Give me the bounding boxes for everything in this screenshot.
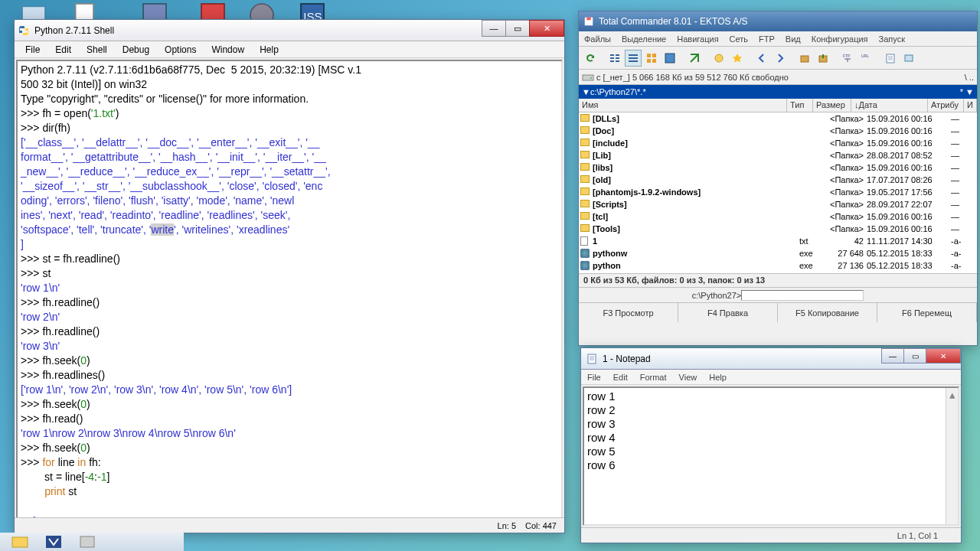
svg-rect-35 (80, 536, 94, 547)
list-item[interactable]: pythonexe27 13605.12.2015 18:33-a- (579, 259, 977, 272)
svg-rect-22 (665, 54, 675, 63)
list-item[interactable]: [include]<Папка>15.09.2016 00:16— (579, 137, 977, 149)
ftp-icon[interactable] (710, 50, 727, 67)
python-icon (18, 24, 30, 37)
menu-options[interactable]: Options (158, 43, 202, 57)
tree-icon[interactable] (662, 50, 678, 67)
svg-rect-19 (652, 54, 656, 57)
close-button[interactable]: ✕ (529, 20, 564, 37)
menu-shell[interactable]: Shell (80, 43, 113, 57)
close-button[interactable]: ✕ (926, 348, 961, 364)
ftp-url-icon[interactable]: URL (858, 50, 874, 67)
disk-icon (583, 16, 594, 27)
f4-edit[interactable]: F4 Правка (678, 303, 778, 322)
list-item[interactable]: 1txt4211.11.2017 14:30-a- (579, 235, 977, 247)
titlebar[interactable]: 1 - Notepad — ▭ ✕ (581, 348, 961, 370)
menu-run[interactable]: Запуск (874, 33, 910, 45)
menu-help[interactable]: Help (253, 43, 285, 57)
minimize-button[interactable]: — (482, 20, 506, 37)
menubar: File Edit Format View Help (581, 370, 961, 385)
list-item[interactable]: [phantomjs-1.9.2-windows]<Папка>19.05.20… (579, 186, 977, 198)
list-item[interactable]: [Tools]<Папка>15.09.2016 00:16— (579, 223, 977, 235)
menu-config[interactable]: Конфигурация (806, 33, 874, 45)
svg-point-23 (715, 54, 723, 62)
menu-nav[interactable]: Навигация (671, 33, 724, 45)
svg-text:FTP: FTP (843, 54, 851, 58)
svg-rect-14 (616, 60, 619, 62)
list-item[interactable]: [Doc]<Папка>15.09.2016 00:16— (579, 125, 977, 137)
menu-help[interactable]: Help (703, 371, 733, 383)
toolbar: FTP URL (579, 47, 977, 70)
view-thumbs-icon[interactable] (643, 50, 660, 67)
f3-view[interactable]: F3 Просмотр (579, 303, 678, 322)
col-name[interactable]: Имя (579, 99, 787, 112)
svg-rect-20 (647, 59, 651, 63)
forward-icon[interactable] (772, 50, 789, 67)
menu-view[interactable]: Вид (780, 33, 806, 45)
task-app-icon[interactable] (72, 534, 103, 549)
drive-icon (582, 72, 594, 83)
path-bar[interactable]: ▼c:\Python27\*.* * ▼ (579, 85, 977, 99)
maximize-button[interactable]: ▭ (505, 20, 530, 37)
menu-files[interactable]: Файлы (579, 33, 616, 45)
taskbar[interactable] (0, 533, 184, 551)
minimize-button[interactable]: — (881, 348, 904, 364)
text-area[interactable]: row 1 row 2 row 3 row 4 row 5 row 6▴ (583, 386, 959, 526)
col-date[interactable]: ↓Дата (851, 99, 928, 112)
menu-file[interactable]: File (581, 371, 607, 383)
col-attr[interactable]: Атрибу (928, 99, 964, 112)
titlebar[interactable]: Python 2.7.11 Shell — ▭ ✕ (15, 20, 564, 41)
shell-text-area[interactable]: Python 2.7.11 (v2.7.11:6d1b6a68f775, Dec… (16, 60, 563, 528)
task-explorer-icon[interactable] (5, 534, 35, 549)
svg-rect-29 (905, 55, 913, 61)
view-brief-icon[interactable] (606, 50, 623, 67)
list-item[interactable]: [libs]<Папка>15.09.2016 00:16— (579, 161, 977, 174)
list-item[interactable]: [tcl]<Папка>15.09.2016 00:16— (579, 210, 977, 223)
svg-rect-12 (616, 54, 619, 56)
control-panel-icon[interactable] (900, 50, 917, 67)
list-item[interactable]: pythonwexe27 64805.12.2015 18:33-a- (579, 247, 977, 259)
menu-debug[interactable]: Debug (116, 43, 155, 57)
svg-rect-8 (586, 18, 590, 21)
file-list[interactable]: [DLLs]<Папка>15.09.2016 00:16—[Doc]<Папк… (579, 112, 977, 273)
svg-text:URL: URL (861, 54, 869, 58)
drive-bar[interactable]: c [_нет_] 5 066 168 Кб из 59 512 760 Кб … (579, 70, 977, 85)
fkey-bar: F3 Просмотр F4 Правка F5 Копирование F6 … (579, 302, 977, 322)
list-item[interactable]: [Scripts]<Папка>28.09.2017 22:07— (579, 198, 977, 210)
task-vbox-icon[interactable] (38, 534, 69, 549)
menu-format[interactable]: Format (634, 371, 673, 383)
menu-net[interactable]: Сеть (724, 33, 753, 45)
menu-edit[interactable]: Edit (607, 371, 634, 383)
svg-rect-17 (629, 60, 638, 62)
menu-edit[interactable]: Edit (49, 43, 77, 57)
total-commander-window: Total Commander 8.01 - EKTOS A/S Файлы В… (578, 11, 978, 346)
col-size[interactable]: Размер (813, 99, 851, 112)
unpack-icon[interactable] (815, 50, 831, 67)
star-icon[interactable] (729, 50, 746, 67)
ftp-connect-icon[interactable]: FTP (839, 50, 856, 67)
menu-view[interactable]: View (673, 371, 704, 383)
statusbar: Ln 1, Col 1 (581, 527, 961, 543)
view-full-icon[interactable] (625, 50, 642, 67)
invert-icon[interactable] (686, 50, 703, 67)
scrollbar[interactable]: ▴ (946, 388, 958, 524)
menu-file[interactable]: File (19, 43, 46, 57)
f6-move[interactable]: F6 Перемещ (877, 303, 977, 322)
window-title: 1 - Notepad (603, 354, 651, 364)
pack-icon[interactable] (796, 50, 813, 67)
list-item[interactable]: [Lib]<Папка>28.08.2017 08:52— (579, 149, 977, 161)
cmd-input[interactable] (741, 290, 864, 301)
menu-select[interactable]: Выделение (616, 33, 671, 45)
svg-rect-16 (629, 57, 638, 59)
back-icon[interactable] (753, 50, 770, 67)
list-item[interactable]: [DLLs]<Папка>15.09.2016 00:16— (579, 112, 977, 125)
col-type[interactable]: Тип (787, 99, 813, 112)
menu-ftp[interactable]: FTP (753, 33, 780, 45)
list-item[interactable]: [old]<Папка>17.07.2017 08:26— (579, 174, 977, 186)
menu-window[interactable]: Window (205, 43, 250, 57)
notepad-icon[interactable] (882, 50, 899, 67)
maximize-button[interactable]: ▭ (903, 348, 926, 364)
titlebar[interactable]: Total Commander 8.01 - EKTOS A/S (579, 11, 977, 31)
refresh-icon[interactable] (582, 50, 599, 67)
f5-copy[interactable]: F5 Копирование (778, 303, 877, 322)
